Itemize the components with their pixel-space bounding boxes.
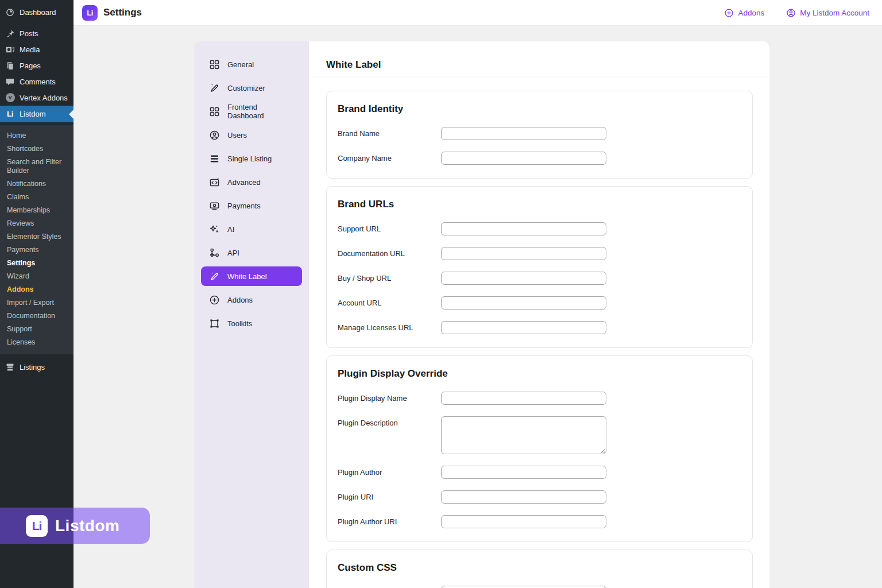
- sidebar-item-label: Media: [20, 45, 40, 54]
- tab-addons[interactable]: Addons: [201, 290, 302, 310]
- sidebar-item-media[interactable]: Media: [0, 41, 74, 57]
- addons-link[interactable]: Addons: [724, 8, 764, 18]
- submenu-item-notifications[interactable]: Notifications: [0, 177, 74, 191]
- sidebar-item-label: Dashboard: [20, 8, 56, 17]
- section-title: Custom CSS: [338, 562, 741, 574]
- sidebar-item-listings[interactable]: Listings: [0, 359, 74, 375]
- plugin-author-input[interactable]: [441, 466, 606, 479]
- bars-icon: [209, 153, 220, 164]
- account-url-input[interactable]: [441, 296, 606, 310]
- submenu-item-addons[interactable]: Addons: [0, 283, 74, 296]
- plugin-uri-input[interactable]: [441, 490, 606, 504]
- code-box-icon: [209, 177, 220, 188]
- tab-frontend-dashboard[interactable]: Frontend Dashboard: [201, 102, 302, 121]
- pencil-sparkle-icon: [209, 271, 220, 282]
- tab-general[interactable]: General: [201, 55, 302, 74]
- field-row-plugin-display-name: Plugin Display Name: [338, 392, 741, 405]
- tab-ai[interactable]: AI: [201, 219, 302, 239]
- settings-sections: Brand Identity Brand Name Company Name B…: [309, 76, 769, 588]
- listings-icon: [5, 362, 15, 372]
- listdom-submenu: Home Shortcodes Search and Filter Builde…: [0, 125, 74, 354]
- my-listdom-account-link[interactable]: My Listdom Account: [786, 8, 869, 18]
- submenu-item-home[interactable]: Home: [0, 129, 74, 142]
- sidebar-item-pages[interactable]: Pages: [0, 57, 74, 74]
- company-name-input[interactable]: [441, 152, 606, 165]
- buy-shop-url-input[interactable]: [441, 272, 606, 285]
- page-background: General Customizer Frontend Dashboard Us…: [74, 26, 882, 588]
- tab-white-label[interactable]: White Label: [201, 266, 302, 286]
- submenu-item-elementor-styles[interactable]: Elementor Styles: [0, 230, 74, 243]
- tab-label: Users: [227, 131, 247, 140]
- tab-label: Customizer: [227, 84, 265, 92]
- sidebar-item-label: Pages: [20, 61, 41, 70]
- support-url-input[interactable]: [441, 222, 606, 235]
- tab-payments[interactable]: Payments: [201, 196, 302, 215]
- brand-name-input[interactable]: [441, 127, 606, 140]
- field-label: Support URL: [338, 225, 441, 233]
- sidebar-item-posts[interactable]: Posts: [0, 25, 74, 41]
- submenu-item-shortcodes[interactable]: Shortcodes: [0, 142, 74, 156]
- field-row-support-url: Support URL: [338, 222, 741, 235]
- custom-css-textarea[interactable]: [441, 586, 606, 588]
- plus-circle-icon: [724, 8, 734, 18]
- manage-licenses-url-input[interactable]: [441, 321, 606, 334]
- sidebar-item-dashboard[interactable]: Dashboard: [0, 4, 74, 20]
- tab-label: Addons: [227, 296, 253, 304]
- tab-users[interactable]: Users: [201, 125, 302, 145]
- listdom-brand-badge: Li Listdom: [0, 508, 150, 544]
- field-row-brand-name: Brand Name: [338, 127, 741, 140]
- tab-label: Advanced: [227, 178, 261, 187]
- submenu-item-payments[interactable]: Payments: [0, 243, 74, 257]
- pages-icon: [5, 61, 15, 71]
- page-title: White Label: [326, 59, 752, 71]
- submenu-item-claims[interactable]: Claims: [0, 191, 74, 204]
- submenu-item-settings[interactable]: Settings: [0, 257, 74, 270]
- sidebar-item-vertex-addons[interactable]: V Vertex Addons: [0, 90, 74, 106]
- my-listdom-account-label: My Listdom Account: [800, 9, 869, 17]
- addons-link-label: Addons: [738, 9, 764, 17]
- field-row-documentation-url: Documentation URL: [338, 247, 741, 260]
- content-header: White Label: [309, 41, 769, 76]
- section-title: Brand URLs: [338, 199, 741, 210]
- plugin-author-uri-input[interactable]: [441, 515, 606, 528]
- pencil-sparkle-icon: [209, 83, 220, 94]
- submenu-item-documentation[interactable]: Documentation: [0, 310, 74, 323]
- sidebar-item-comments[interactable]: Comments: [0, 74, 74, 90]
- badge-label: Listdom: [55, 517, 119, 535]
- tab-single-listing[interactable]: Single Listing: [201, 149, 302, 168]
- wp-admin-sidebar: Dashboard Posts Media Pages Comments V V…: [0, 0, 74, 588]
- section-custom-css: Custom CSS Custom CSS: [326, 550, 753, 588]
- tab-advanced[interactable]: Advanced: [201, 172, 302, 192]
- field-row-buy-shop-url: Buy / Shop URL: [338, 272, 741, 285]
- vertex-logo-icon: V: [5, 93, 15, 103]
- section-title: Brand Identity: [338, 103, 741, 115]
- plugin-description-textarea[interactable]: [441, 416, 606, 454]
- submenu-item-search-and-filter-builder[interactable]: Search and Filter Builder: [0, 156, 74, 177]
- submenu-item-import-export[interactable]: Import / Export: [0, 296, 74, 310]
- submenu-item-memberships[interactable]: Memberships: [0, 204, 74, 217]
- tab-label: Toolkits: [227, 319, 252, 328]
- documentation-url-input[interactable]: [441, 247, 606, 260]
- tab-customizer[interactable]: Customizer: [201, 78, 302, 98]
- field-label: Brand Name: [338, 129, 441, 138]
- submenu-item-support[interactable]: Support: [0, 323, 74, 336]
- submenu-item-licenses[interactable]: Licenses: [0, 336, 74, 349]
- plugin-display-name-input[interactable]: [441, 392, 606, 405]
- sidebar-item-listdom[interactable]: Li Listdom: [0, 106, 74, 122]
- listdom-logo-icon: Li: [82, 5, 98, 21]
- tab-toolkits[interactable]: Toolkits: [201, 314, 302, 333]
- tab-api[interactable]: API: [201, 243, 302, 262]
- settings-content: White Label Brand Identity Brand Name Co…: [309, 41, 769, 588]
- field-label: Plugin URI: [338, 493, 441, 501]
- tab-label: White Label: [227, 272, 267, 281]
- payment-icon: [209, 200, 220, 211]
- submenu-item-wizard[interactable]: Wizard: [0, 270, 74, 283]
- submenu-item-reviews[interactable]: Reviews: [0, 217, 74, 230]
- listdom-logo-icon: Li: [5, 109, 15, 119]
- listdom-logo-icon: Li: [26, 515, 48, 537]
- user-circle-icon: [209, 130, 220, 141]
- grid-icon: [209, 106, 220, 117]
- dashboard-icon: [5, 7, 15, 17]
- field-label: Plugin Description: [338, 416, 441, 427]
- settings-panel: General Customizer Frontend Dashboard Us…: [194, 41, 769, 588]
